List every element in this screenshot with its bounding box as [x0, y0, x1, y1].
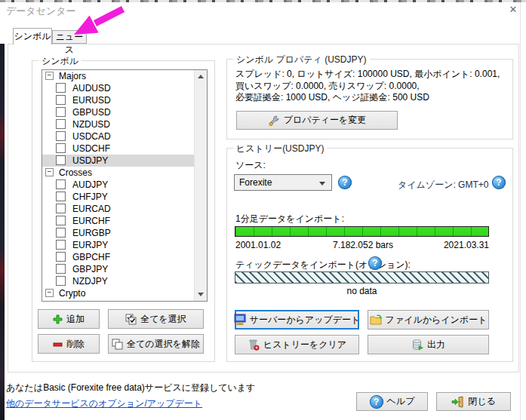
- folder-import-icon: [370, 314, 382, 326]
- symbol-checkbox[interactable]: [56, 240, 66, 250]
- tree-item-row[interactable]: EURUSD: [42, 94, 194, 106]
- tree-group-row[interactable]: −Crosses: [42, 167, 194, 179]
- export-button[interactable]: 出力: [368, 335, 489, 354]
- tree-item-row[interactable]: EURCAD: [42, 203, 194, 215]
- source-help-icon[interactable]: ?: [338, 176, 352, 189]
- tick-help-icon[interactable]: ?: [368, 256, 382, 270]
- symbol-checkbox[interactable]: [56, 192, 66, 201]
- trash-clear-icon: [248, 339, 260, 351]
- tree-item-row[interactable]: NZDJPY: [42, 275, 194, 287]
- tick-import-label: ティックデータをインポート(オプション):: [235, 259, 411, 271]
- list-scrollbar[interactable]: [194, 70, 207, 301]
- group-label: Majors: [59, 70, 86, 82]
- symbol-checkbox[interactable]: [56, 204, 66, 213]
- tree-item-row[interactable]: EURJPY: [42, 239, 194, 251]
- deselect-all-icon: [112, 339, 123, 350]
- select-all-button-label: 全てを選択: [140, 313, 186, 326]
- change-properties-button-label: プロパティーを変更: [284, 114, 367, 127]
- symbol-checkbox[interactable]: [56, 155, 66, 165]
- delete-button[interactable]: 削除: [38, 334, 100, 354]
- symbol-properties-text: スプレッド: 0, ロットサイズ: 100000 USD, 最小ポイント: 0.…: [235, 69, 509, 104]
- symbol-checkbox[interactable]: [56, 228, 66, 238]
- plus-icon: [53, 314, 63, 324]
- tree-item-row[interactable]: NZDUSD: [42, 118, 194, 130]
- collapse-minus-icon[interactable]: −: [45, 289, 54, 297]
- symbol-checkbox[interactable]: [56, 143, 66, 153]
- help-button-label: ヘルプ: [387, 395, 415, 408]
- tree-item-row[interactable]: USDJPY: [42, 155, 194, 167]
- tree-item-row[interactable]: EURGBP: [42, 227, 194, 239]
- symbol-checkbox[interactable]: [56, 119, 66, 129]
- group-label: Crosses: [59, 167, 92, 179]
- source-select[interactable]: Forexite: [234, 174, 332, 191]
- update-from-server-button-label: サーバーからアップデート: [250, 314, 361, 326]
- symbol-label: EURJPY: [72, 239, 108, 251]
- tab-news[interactable]: ニュース: [52, 30, 87, 44]
- symbol-checkbox[interactable]: [56, 95, 66, 105]
- symbol-label: USDJPY: [72, 155, 108, 167]
- tree-item-row[interactable]: AUDUSD: [42, 82, 194, 94]
- scroll-up-icon[interactable]: [195, 70, 208, 83]
- background-window-sliver-left: [0, 44, 5, 420]
- source-select-value: Forexite: [239, 177, 272, 188]
- delete-button-label: 削除: [66, 338, 85, 351]
- symbol-label: NZDUSD: [72, 118, 110, 130]
- chevron-down-icon: [319, 182, 325, 185]
- symbol-label: USDCHF: [72, 143, 110, 155]
- symbols-group-label: シンボル: [38, 55, 82, 68]
- symbol-checkbox[interactable]: [56, 179, 66, 189]
- symbol-label: EURCHF: [72, 215, 110, 227]
- tree-item-row[interactable]: USDCAD: [42, 130, 194, 143]
- minute-data-progress-bar: [235, 226, 489, 237]
- help-button[interactable]: ? ヘルプ: [356, 392, 428, 411]
- symbol-tree: −MajorsAUDUSDEURUSDGBPUSDNZDUSDUSDCADUSD…: [42, 70, 194, 301]
- deselect-all-button[interactable]: 全ての選択を解除: [108, 334, 204, 354]
- close-button[interactable]: 閉じる: [436, 392, 511, 411]
- source-label: ソース:: [235, 159, 266, 172]
- symbol-label: USDCAD: [72, 130, 111, 143]
- tree-item-row[interactable]: EURCHF: [42, 215, 194, 227]
- tick-data-progress-bar: [235, 271, 489, 284]
- change-properties-button[interactable]: プロパティーを変更: [236, 111, 398, 130]
- symbol-checkbox[interactable]: [56, 131, 66, 141]
- symbol-list[interactable]: −MajorsAUDUSDEURUSDGBPUSDNZDUSDUSDCADUSD…: [42, 69, 208, 302]
- timezone-help-icon[interactable]: ?: [492, 176, 506, 189]
- tree-item-row[interactable]: AUDJPY: [42, 179, 194, 191]
- symbol-label: GBPJPY: [72, 263, 108, 275]
- import-from-file-button[interactable]: ファイルからインポート: [368, 310, 489, 330]
- symbol-checkbox[interactable]: [56, 264, 66, 274]
- add-button[interactable]: 追加: [38, 309, 100, 329]
- window-close-icon[interactable]: ✕: [504, 3, 522, 17]
- tab-symbols[interactable]: シンボル: [13, 28, 52, 44]
- symbol-checkbox[interactable]: [56, 83, 66, 93]
- tree-group-row[interactable]: −Crypto: [42, 287, 194, 299]
- tree-item-row[interactable]: GBPCHF: [42, 251, 194, 263]
- collapse-minus-icon[interactable]: −: [45, 72, 54, 80]
- tools-icon: [268, 115, 280, 127]
- symbol-label: GBPUSD: [72, 106, 111, 118]
- subscription-status-text: あなたはBasic (Forexite free data)サービスに登録してい…: [6, 382, 255, 394]
- symbol-checkbox[interactable]: [56, 276, 66, 286]
- symbol-label: AUDUSD: [72, 82, 111, 94]
- tree-group-row[interactable]: −Majors: [42, 70, 194, 82]
- scroll-down-icon[interactable]: [195, 288, 208, 301]
- tree-item-row[interactable]: GBPUSD: [42, 106, 194, 118]
- collapse-minus-icon[interactable]: −: [45, 168, 54, 176]
- tree-item-row[interactable]: USDCHF: [42, 143, 194, 155]
- symbol-checkbox[interactable]: [56, 252, 66, 262]
- property-line: 買いスワップ: 0.0000, 売りスワップ: 0.0000,: [235, 81, 509, 93]
- update-from-server-button[interactable]: サーバーからアップデート: [235, 310, 359, 330]
- range-end-date: 2021.03.31: [442, 240, 489, 250]
- symbol-checkbox[interactable]: [56, 216, 66, 225]
- clear-history-button[interactable]: ヒストリーをクリア: [235, 335, 359, 354]
- range-start-date: 2001.01.02: [235, 240, 281, 250]
- select-all-button[interactable]: 全てを選択: [108, 309, 204, 329]
- symbol-label: EURCAD: [72, 203, 111, 215]
- tree-item-row[interactable]: GBPJPY: [42, 263, 194, 275]
- export-button-label: 出力: [427, 339, 445, 351]
- tree-item-row[interactable]: CHFJPY: [42, 191, 194, 203]
- symbol-checkbox[interactable]: [56, 107, 66, 117]
- data-service-options-link[interactable]: 他のデータサービスのオプション/アップデート: [6, 397, 202, 410]
- exit-door-icon: [451, 396, 464, 408]
- group-label: Crypto: [59, 287, 85, 299]
